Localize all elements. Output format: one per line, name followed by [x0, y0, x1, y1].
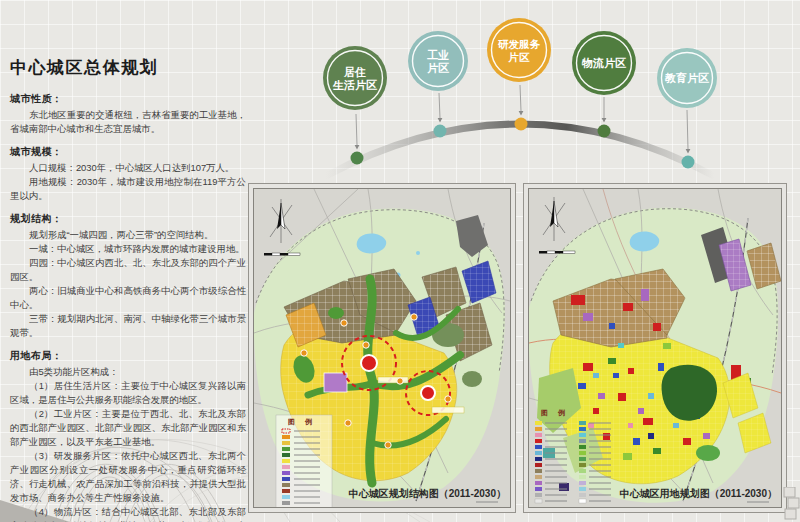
- arc-dot-residential: [351, 152, 364, 165]
- paragraph: 人口规模：2030年，中心城区人口达到107万人。: [10, 161, 246, 175]
- paragraph: （2）工业片区：主要是位于西北、北、东北及东部的西北部产业园区、北部产业园区、东…: [10, 407, 246, 449]
- text-panel: 中心城区总体规划 城市性质： 东北地区重要的交通枢纽，吉林省重要的工业基地，省城…: [10, 56, 246, 522]
- svg-text:教育片区: 教育片区: [664, 71, 709, 84]
- node-residential-district: 居住 生活片区: [323, 46, 387, 110]
- cube-decoration: [782, 487, 800, 522]
- paragraph: （1）居住生活片区：主要位于中心城区复兴路以南区域，是居住与公共服务职能综合发展…: [10, 379, 246, 407]
- scale-bar: [264, 253, 300, 256]
- scale-bar: [539, 251, 575, 254]
- svg-text:居住: 居住: [343, 66, 366, 78]
- node-education-district: 教育片区: [657, 48, 717, 108]
- paragraph: （3）研发服务片区：依托中心城区西北、东北两个产业园区分别设立一处研发服务中心，…: [10, 449, 246, 505]
- paragraph: 用地规模：2030年，城市建设用地控制在119平方公里以内。: [10, 175, 246, 203]
- paragraph: 规划形成“一城四园，两心三带”的空间结构。: [10, 228, 246, 242]
- arc-dot-logistics: [598, 125, 611, 138]
- paragraph: 四园：中心城区内西北、北、东北及东部的四个产业园区。: [10, 256, 246, 284]
- section-plan-structure: 规划结构： 规划形成“一城四园，两心三带”的空间结构。 一城：中心城区，城市环路…: [10, 212, 246, 340]
- node-rnd-service-district: 研发服务 片区: [487, 18, 551, 82]
- map-land-use: 图 例: [523, 183, 787, 513]
- paragraph: 东北地区重要的交通枢纽，吉林省重要的工业基地，省城南部中心城市和生态宜居城市。: [10, 108, 246, 136]
- svg-text:生活片区: 生活片区: [332, 79, 377, 91]
- svg-text:片区: 片区: [426, 62, 449, 74]
- paragraph: 一城：中心城区，城市环路内发展的城市建设用地。: [10, 242, 246, 256]
- section-city-nature: 城市性质： 东北地区重要的交通枢纽，吉林省重要的工业基地，省城南部中心城市和生态…: [10, 92, 246, 136]
- arc-dot-industrial: [434, 125, 447, 138]
- paragraph: （4）物流片区：结合中心城区北部、东北部及东部高速公路和铁路编组站、货站的优势，…: [10, 505, 246, 522]
- map1-purple-zone: [324, 373, 347, 392]
- map-caption: 中心城区规划结构图（2011-2030）: [349, 488, 506, 499]
- arc-dot-rnd: [515, 118, 528, 131]
- paragraph: 两心：旧城商业中心和高铁商务中心两个市级综合性中心。: [10, 284, 246, 312]
- node-industrial-district: 工业 片区: [408, 31, 468, 91]
- svg-text:物流片区: 物流片区: [581, 57, 626, 69]
- section-heading: 规划结构：: [10, 212, 246, 226]
- node-logistics-district: 物流片区: [572, 31, 636, 95]
- svg-text:图 例: 图 例: [541, 409, 569, 417]
- svg-text:研发服务: 研发服务: [497, 38, 541, 50]
- svg-text:图 例: 图 例: [288, 418, 316, 426]
- section-land-layout: 用地布局： 由5类功能片区构成： （1）居住生活片区：主要位于中心城区复兴路以南…: [10, 349, 246, 522]
- section-heading: 城市规模：: [10, 145, 246, 159]
- district-flow-diagram: 居住 生活片区 工业 片区 研发服务 片区 物流片区 教育片区: [280, 14, 740, 190]
- section-heading: 城市性质：: [10, 92, 246, 106]
- map-planning-structure: 图 例 中心城区规划结构图（2011-203: [248, 183, 516, 513]
- section-heading: 用地布局：: [10, 349, 246, 363]
- map-caption: 中心城区用地规划图（2011-2030）: [620, 488, 777, 499]
- section-city-scale: 城市规模： 人口规模：2030年，中心城区人口达到107万人。 用地规模：203…: [10, 145, 246, 203]
- page-title: 中心城区总体规划: [10, 56, 246, 79]
- map1-legend: 图 例: [276, 415, 332, 509]
- slide: 中心城区总体规划 城市性质： 东北地区重要的交通枢纽，吉林省重要的工业基地，省城…: [0, 0, 800, 522]
- paragraph: 由5类功能片区构成：: [10, 365, 246, 379]
- timeline-arc: [326, 124, 714, 176]
- paragraph: 三带：规划期内北河、南河、中轴绿化带三个城市景观带。: [10, 312, 246, 340]
- arc-dot-education: [682, 156, 695, 169]
- svg-text:工业: 工业: [427, 49, 449, 61]
- svg-text:片区: 片区: [508, 51, 531, 63]
